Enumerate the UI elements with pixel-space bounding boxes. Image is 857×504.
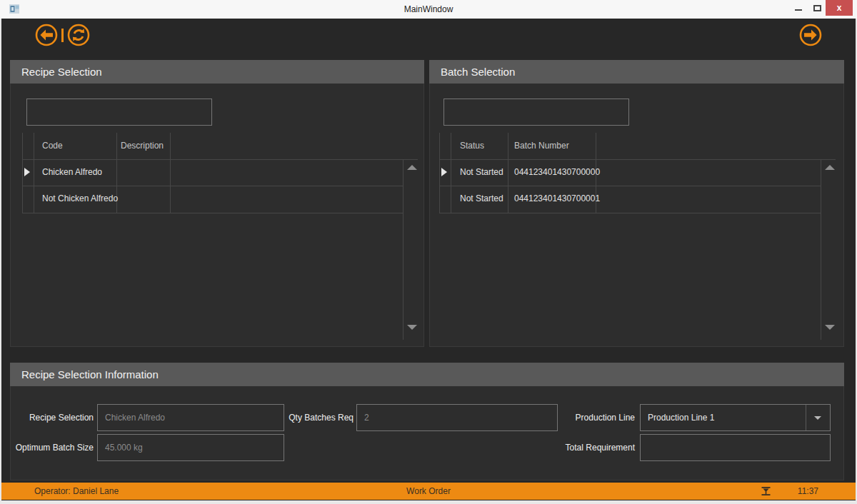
window-content: Recipe Selection Code Description Chicke… xyxy=(1,19,856,500)
toolbar-separator xyxy=(61,29,64,42)
clock-time: 11:37 xyxy=(798,483,818,500)
status-bar: Operator: Daniel Lane Work Order 11:37 xyxy=(1,483,856,500)
work-order-status: Work Order xyxy=(1,483,856,500)
recipe-cell-description xyxy=(125,159,175,186)
recipe-search-input[interactable] xyxy=(26,99,212,126)
dropdown-separator xyxy=(806,405,806,430)
batch-cell-status: Not Started xyxy=(460,186,513,212)
hourglass-icon xyxy=(761,486,771,498)
refresh-button[interactable] xyxy=(66,23,91,47)
optimum-batch-size-field[interactable] xyxy=(97,434,284,461)
recipe-cell-code: Chicken Alfredo xyxy=(42,159,121,186)
batch-cell-batch-number: 044123401430700000 xyxy=(514,159,600,186)
production-line-value: Production Line 1 xyxy=(648,405,714,430)
window-title: MainWindow xyxy=(0,0,857,19)
scroll-down-icon[interactable] xyxy=(825,325,835,330)
maximize-icon xyxy=(813,5,821,11)
maximize-button[interactable] xyxy=(808,0,826,16)
back-button[interactable] xyxy=(34,23,59,47)
optimum-batch-size-label: Optimum Batch Size xyxy=(11,434,94,461)
scroll-up-icon[interactable] xyxy=(825,165,835,170)
batch-row[interactable]: Not Started 044123401430700000 xyxy=(439,159,821,186)
batch-column-status[interactable]: Status xyxy=(460,133,513,159)
refresh-icon xyxy=(66,23,91,47)
minimize-icon xyxy=(795,9,802,11)
production-line-dropdown[interactable]: Production Line 1 xyxy=(640,404,831,431)
total-requirement-label: Total Requirement xyxy=(506,434,635,461)
row-selector-icon xyxy=(24,168,30,176)
total-requirement-field[interactable] xyxy=(640,434,831,461)
scroll-down-icon[interactable] xyxy=(407,325,417,330)
recipe-panel-title: Recipe Selection xyxy=(10,60,424,84)
batch-column-batch-number[interactable]: Batch Number xyxy=(514,133,593,159)
batch-cell-status: Not Started xyxy=(460,159,513,186)
forward-arrow-icon xyxy=(798,23,823,47)
grid-line xyxy=(821,159,821,340)
info-panel-title: Recipe Selection Information xyxy=(10,363,844,386)
recipe-selection-label: Recipe Selection xyxy=(11,404,94,431)
forward-button[interactable] xyxy=(798,23,823,47)
qty-batches-req-label: Qty Batches Req xyxy=(225,404,354,431)
batch-row[interactable]: Not Started 044123401430700001 xyxy=(439,186,821,212)
recipe-selection-information-panel: Recipe Selection Information Recipe Sele… xyxy=(10,363,844,480)
batch-search-input[interactable] xyxy=(443,99,629,126)
close-button[interactable]: x xyxy=(826,0,853,16)
recipe-cell-code: Not Chicken Alfredo xyxy=(42,186,135,212)
grid-line xyxy=(22,213,403,213)
recipe-row[interactable]: Not Chicken Alfredo xyxy=(22,186,403,212)
scroll-up-icon[interactable] xyxy=(407,165,417,170)
back-arrow-icon xyxy=(34,23,59,47)
production-line-label: Production Line xyxy=(506,404,635,431)
chevron-down-icon xyxy=(814,416,821,420)
batch-cell-batch-number: 044123401430700001 xyxy=(514,186,600,212)
batch-selection-panel: Batch Selection Status Batch Number Not … xyxy=(429,60,844,347)
main-window: MainWindow x xyxy=(0,0,857,504)
minimize-button[interactable] xyxy=(790,0,807,16)
batch-panel-title: Batch Selection xyxy=(429,60,844,84)
recipe-selection-panel: Recipe Selection Code Description Chicke… xyxy=(10,60,424,347)
recipe-column-code[interactable]: Code xyxy=(42,133,121,159)
recipe-column-description[interactable]: Description xyxy=(121,133,171,159)
grid-line xyxy=(403,159,404,340)
recipe-row[interactable]: Chicken Alfredo xyxy=(22,159,403,186)
grid-line xyxy=(439,213,821,213)
recipe-cell-description xyxy=(125,186,175,212)
title-bar: MainWindow x xyxy=(0,0,857,19)
row-selector-icon xyxy=(441,168,447,176)
